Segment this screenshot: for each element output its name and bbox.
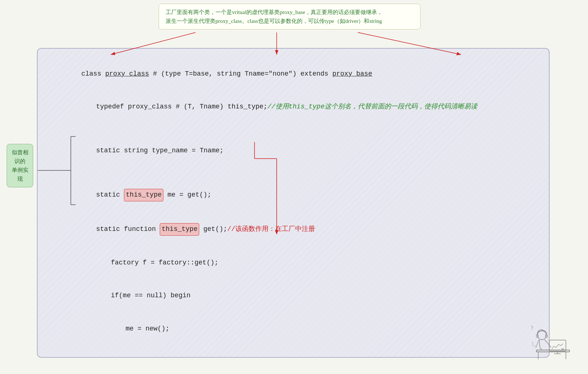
blank-1: [49, 123, 537, 134]
get-comment: //该函数作用：在工厂中注册: [227, 225, 315, 233]
kw-class: class: [81, 70, 105, 77]
me-get: me = get();: [163, 191, 211, 198]
proxy-class-name: proxy_class: [105, 70, 149, 77]
static-keyword: static: [96, 191, 124, 198]
me-new-line: me = new();: [49, 312, 537, 345]
singleton-text: 似曾相识的: [12, 149, 28, 164]
static-string-code: static string type_name = Tname;: [96, 147, 224, 154]
class-header-line: class proxy_class # (type T=base, string…: [49, 58, 537, 90]
code-content: class proxy_class # (type T=base, string…: [49, 58, 537, 358]
proxy-base-name: proxy_base: [332, 70, 372, 77]
me-new-code: me = new();: [125, 325, 169, 332]
svg-point-20: [537, 331, 546, 340]
typedef-code: typedef proxy_class # (T, Tname) this_ty…: [96, 103, 267, 110]
singleton-label: 似曾相识的 单例实现: [7, 144, 33, 187]
svg-text:?: ?: [531, 325, 533, 331]
factory-get-code: factory f = factory::get();: [111, 259, 218, 266]
typedef-comment: //使用this_type这个别名，代替前面的一段代码，使得代码清晰易读: [267, 103, 477, 110]
tooltip-text: 工厂里面有两个类，一个是vritual的虚代理基类proxy_base，真正要用…: [166, 9, 383, 24]
this-type-highlight-1: this_type: [124, 189, 163, 201]
blank-2: [49, 167, 537, 178]
factory-get-line: factory f = factory::get();: [49, 247, 537, 280]
if-null-code: if(me == null) begin: [111, 292, 190, 299]
this-type-highlight-2: this_type: [160, 223, 199, 236]
code-box: class proxy_class # (type T=base, string…: [37, 48, 550, 358]
page-container: 工厂里面有两个类，一个是vritual的虚代理基类proxy_base，真正要用…: [0, 0, 588, 374]
doodle-figure: ?: [529, 322, 577, 363]
static-function-kw: static function: [96, 225, 160, 233]
get-sig: get();: [199, 225, 227, 233]
static-function-line: static function this_type get();//该函数作用：…: [49, 212, 537, 247]
tooltip-box: 工厂里面有两个类，一个是vritual的虚代理基类proxy_base，真正要用…: [159, 4, 421, 30]
class-params: # (type T=base, string Tname="none") ext…: [149, 70, 332, 77]
static-string-line: static string type_name = Tname;: [49, 134, 537, 167]
typedef-line: typedef proxy_class # (T, Tname) this_ty…: [49, 90, 537, 123]
static-me-line: static this_type me = get();: [49, 178, 537, 212]
f-register-line: f.register(me);: [49, 345, 537, 358]
if-null-line: if(me == null) begin: [49, 280, 537, 312]
singleton-text2: 单例实现: [12, 167, 28, 182]
